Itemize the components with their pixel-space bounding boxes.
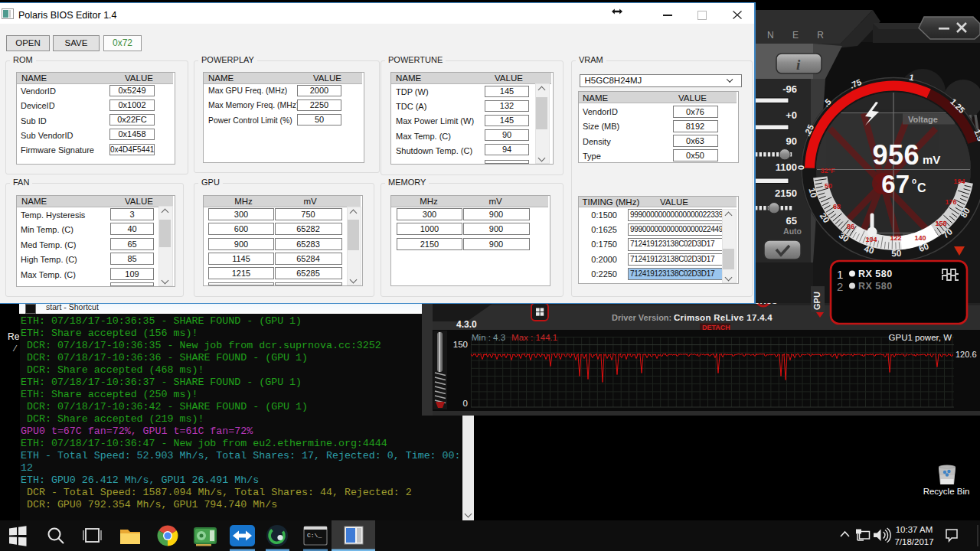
svg-text:104: 104 bbox=[865, 236, 877, 243]
svg-text:+0: +0 bbox=[786, 109, 797, 121]
svg-text:Voltage: Voltage bbox=[908, 115, 938, 124]
svg-text:2: 2 bbox=[837, 280, 843, 293]
svg-text:7/18/2017: 7/18/2017 bbox=[894, 537, 933, 546]
svg-text:Min : 4.3Max : 144.1: Min : 4.3Max : 144.1 bbox=[472, 333, 557, 342]
svg-text:Auto: Auto bbox=[783, 227, 802, 236]
svg-text:1: 1 bbox=[837, 268, 843, 281]
svg-text:RX 580: RX 580 bbox=[858, 281, 893, 292]
svg-text:mV: mV bbox=[923, 153, 940, 166]
svg-text:0: 0 bbox=[463, 399, 468, 408]
svg-text:GPU: GPU bbox=[812, 292, 822, 310]
svg-text:10:37 AM: 10:37 AM bbox=[896, 525, 933, 534]
svg-text:956: 956 bbox=[872, 139, 920, 171]
svg-text:176: 176 bbox=[945, 198, 956, 206]
svg-text:C:\_: C:\_ bbox=[307, 532, 322, 539]
svg-text:0: 0 bbox=[796, 165, 805, 170]
svg-text:65: 65 bbox=[786, 215, 797, 227]
svg-text:RX 580: RX 580 bbox=[858, 269, 893, 279]
svg-text:150: 150 bbox=[453, 340, 468, 349]
svg-text:-96: -96 bbox=[782, 83, 797, 95]
svg-text:i: i bbox=[796, 57, 801, 73]
svg-text:122: 122 bbox=[890, 234, 901, 242]
svg-text:o: o bbox=[912, 177, 916, 185]
svg-text:68: 68 bbox=[833, 203, 841, 210]
svg-text:32°F: 32°F bbox=[820, 167, 835, 174]
svg-text:194: 194 bbox=[953, 178, 965, 185]
svg-text:86: 86 bbox=[847, 223, 854, 230]
svg-text:90: 90 bbox=[786, 135, 797, 147]
svg-text:C: C bbox=[917, 181, 926, 194]
svg-text:158: 158 bbox=[935, 220, 946, 227]
svg-text:140: 140 bbox=[914, 234, 926, 242]
svg-text:50: 50 bbox=[825, 182, 832, 190]
svg-text:67: 67 bbox=[881, 170, 910, 198]
svg-text:2150: 2150 bbox=[775, 187, 797, 199]
svg-text:4.3.0: 4.3.0 bbox=[456, 319, 477, 330]
svg-text:1100: 1100 bbox=[776, 161, 797, 173]
svg-text:50: 50 bbox=[891, 249, 901, 258]
svg-text:Driver Version:: Driver Version: bbox=[612, 313, 671, 322]
svg-text:N E R: N E R bbox=[767, 30, 832, 41]
svg-text:GPU1 power, W: GPU1 power, W bbox=[889, 333, 952, 342]
svg-text:120.6: 120.6 bbox=[956, 350, 977, 359]
